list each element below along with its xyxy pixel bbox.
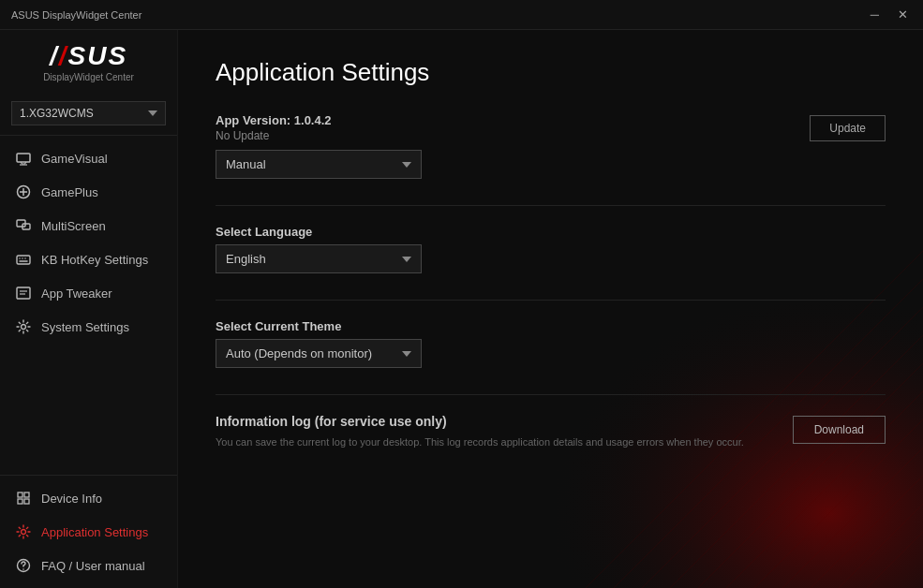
monitor-selector-wrapper: 1.XG32WCMS: [0, 92, 177, 136]
language-select[interactable]: English French German Spanish Chinese Ja…: [216, 244, 422, 273]
device-icon: [15, 490, 32, 507]
window-controls: ─ ✕: [867, 7, 912, 22]
gameplus-icon: [15, 184, 32, 200]
svg-point-20: [22, 530, 26, 535]
sidebar-item-label-gamevisual: GameVisual: [41, 152, 108, 166]
sidebar-item-gameplus[interactable]: GamePlus: [0, 175, 177, 209]
info-log-title: Information log (for service use only): [216, 414, 744, 429]
sidebar-item-label-kb-hotkey: KB HotKey Settings: [41, 253, 148, 267]
sidebar-item-gamevisual[interactable]: GameVisual: [0, 141, 177, 175]
sidebar-item-app-settings[interactable]: Application Settings: [0, 515, 177, 549]
download-button[interactable]: Download: [793, 416, 886, 444]
gamevisual-icon: [15, 150, 32, 167]
help-icon: [15, 557, 32, 574]
sidebar-bottom: Device Info Application Settings FAQ / U…: [0, 475, 177, 588]
page-title: Application Settings: [216, 58, 886, 87]
sidebar-item-label-faq: FAQ / User manual: [41, 559, 145, 573]
monitor-select[interactable]: 1.XG32WCMS: [11, 101, 166, 125]
update-mode-select[interactable]: Manual Auto: [216, 150, 422, 179]
theme-label: Select Current Theme: [216, 319, 886, 333]
no-update-text: No Update: [216, 129, 422, 142]
close-button[interactable]: ✕: [894, 7, 912, 22]
sidebar-nav: GameVisual GamePlus MultiScreen: [0, 136, 177, 475]
app-title: ASUS DisplayWidget Center: [11, 9, 141, 21]
tweaker-icon: [15, 285, 32, 301]
svg-line-32: [867, 532, 923, 588]
svg-rect-19: [24, 499, 29, 504]
svg-line-29: [782, 448, 923, 588]
divider-1: [216, 205, 886, 206]
update-button[interactable]: Update: [810, 115, 886, 141]
svg-rect-16: [18, 492, 22, 497]
svg-line-31: [839, 504, 923, 588]
sidebar-item-app-tweaker[interactable]: App Tweaker: [0, 276, 177, 310]
sidebar-item-label-device-info: Device Info: [41, 492, 102, 506]
sidebar-item-label-gameplus: GamePlus: [41, 185, 98, 199]
sidebar-item-label-app-settings: Application Settings: [41, 525, 148, 539]
sidebar-logo: //SUS DisplayWidget Center: [0, 30, 177, 92]
sidebar-item-system-settings[interactable]: System Settings: [0, 310, 177, 344]
info-log-left: Information log (for service use only) Y…: [216, 414, 744, 450]
divider-2: [216, 300, 886, 301]
svg-rect-0: [17, 154, 30, 162]
sidebar-subtitle: DisplayWidget Center: [0, 72, 177, 82]
titlebar: ASUS DisplayWidget Center ─ ✕: [0, 0, 923, 30]
minimize-button[interactable]: ─: [867, 7, 883, 22]
info-log-desc: You can save the current log to your des…: [216, 434, 744, 450]
svg-rect-18: [18, 499, 22, 504]
language-section: Select Language English French German Sp…: [216, 225, 886, 273]
svg-rect-12: [17, 287, 30, 299]
asus-logo-text: //SUS: [0, 43, 177, 69]
svg-line-30: [811, 476, 923, 588]
multiscreen-icon: [15, 217, 32, 234]
appsettings-icon: [15, 523, 32, 540]
info-log-section: Information log (for service use only) Y…: [216, 414, 886, 450]
divider-3: [216, 394, 886, 395]
sidebar-item-multiscreen[interactable]: MultiScreen: [0, 209, 177, 243]
version-text: App Version: 1.0.4.2: [216, 113, 422, 127]
sidebar-item-label-app-tweaker: App Tweaker: [41, 287, 112, 301]
sidebar-item-label-multiscreen: MultiScreen: [41, 219, 106, 233]
svg-point-15: [22, 325, 26, 330]
sidebar-item-label-system-settings: System Settings: [41, 320, 129, 334]
main-content: Application Settings App Version: 1.0.4.…: [178, 30, 923, 588]
theme-section: Select Current Theme Auto (Depends on mo…: [216, 319, 886, 368]
sidebar-item-faq[interactable]: FAQ / User manual: [0, 549, 177, 582]
sidebar-item-kb-hotkey[interactable]: KB HotKey Settings: [0, 243, 177, 276]
settings-icon: [15, 318, 32, 335]
svg-point-22: [22, 568, 24, 570]
sidebar: //SUS DisplayWidget Center 1.XG32WCMS Ga…: [0, 30, 178, 588]
svg-rect-7: [17, 256, 30, 264]
theme-select[interactable]: Auto (Depends on monitor) Light Dark: [216, 339, 422, 368]
language-label: Select Language: [216, 225, 886, 239]
version-section: App Version: 1.0.4.2 No Update Manual Au…: [216, 113, 886, 179]
sidebar-item-device-info[interactable]: Device Info: [0, 481, 177, 515]
keyboard-icon: [15, 251, 32, 268]
svg-rect-17: [24, 492, 29, 497]
